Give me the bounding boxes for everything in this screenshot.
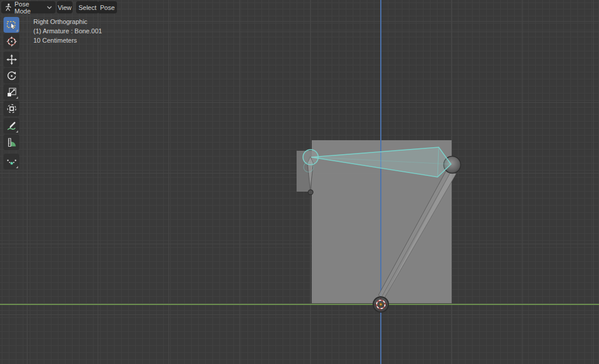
menu-select[interactable]: Select [76,1,99,13]
tool-select-box[interactable] [4,17,19,33]
small-bone-tail-sphere[interactable] [308,190,313,195]
armature-layer [0,0,599,364]
transform-icon [6,103,18,115]
rotate-icon [6,70,18,82]
tool-breakdowner[interactable] [4,154,19,169]
tool-scale[interactable] [4,84,19,100]
viewport-overlay-text: Right Orthographic (1) Armature : Bone.0… [33,17,102,45]
tool-cursor[interactable] [4,33,19,49]
menu-pose[interactable]: Pose [98,1,117,13]
move-icon [6,54,18,65]
active-object-label: (1) Armature : Bone.001 [33,26,102,36]
measure-icon [6,137,18,148]
tool-rotate[interactable] [4,68,19,84]
cursor-tool-icon [6,36,18,47]
view-name-label: Right Orthographic [33,17,102,26]
pose-figure-icon [5,3,12,12]
selected-bone[interactable] [303,147,451,177]
tool-move[interactable] [4,51,19,67]
mode-selector-dropdown[interactable]: Pose Mode [1,1,56,13]
tool-transform[interactable] [4,100,19,116]
menu-view[interactable]: View [57,1,73,13]
grid-scale-label: 10 Centimeters [33,36,102,45]
mode-selector-label: Pose Mode [15,1,44,15]
3d-cursor[interactable] [373,297,388,312]
cursor-center-dot [380,303,382,306]
tool-annotate[interactable] [4,118,19,134]
chevron-down-icon [47,6,52,9]
tool-measure[interactable] [4,134,19,150]
lower-bone[interactable] [378,171,456,300]
3d-viewport[interactable]: Pose Mode View Select Pose Right Orthogr… [0,0,599,364]
